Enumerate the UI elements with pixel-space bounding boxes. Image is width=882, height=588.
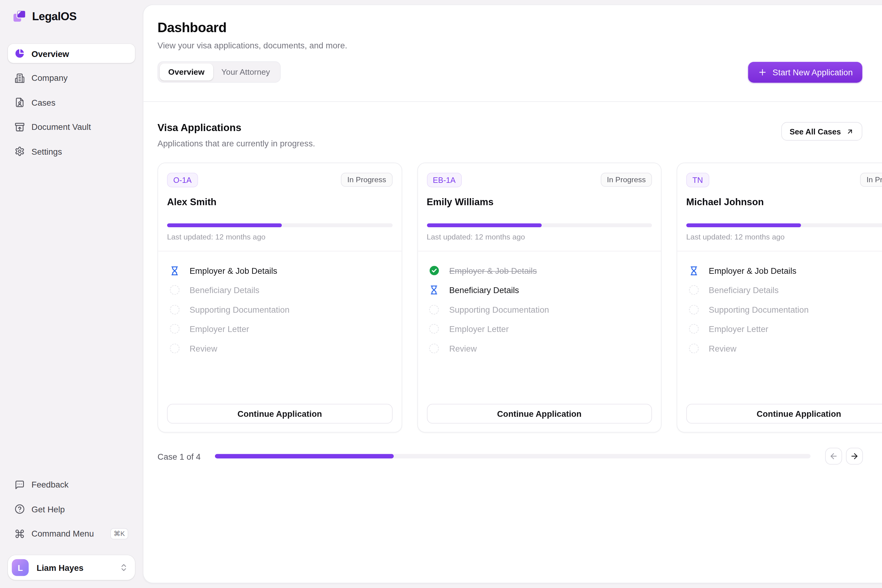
sidebar-item-settings[interactable]: Settings [8, 142, 135, 161]
pending-circle-icon [170, 285, 180, 295]
continue-application-button[interactable]: Continue Application [427, 404, 652, 423]
case-name: Alex Smith [167, 197, 393, 208]
hourglass-icon [688, 266, 699, 276]
sidebar-item-company[interactable]: Company [8, 68, 135, 87]
case-progress-bar [686, 223, 882, 227]
help-circle-icon [15, 504, 25, 514]
sidebar-item-label: Settings [32, 146, 62, 156]
pending-circle-icon [688, 343, 699, 353]
pending-circle-icon [688, 324, 699, 334]
see-all-cases-label: See All Cases [789, 127, 841, 136]
arrow-left-icon [829, 452, 838, 460]
check-circle-icon [429, 266, 439, 276]
step-label: Employer Letter [190, 324, 249, 333]
pending-circle-icon [170, 343, 180, 353]
sidebar-item-feedback[interactable]: Feedback [8, 475, 135, 494]
command-icon [15, 529, 25, 539]
pending-circle-icon [688, 285, 699, 295]
sidebar-item-label: Feedback [32, 480, 69, 489]
chevrons-up-down-icon [119, 563, 128, 572]
message-dots-icon [15, 480, 25, 490]
case-carousel-pagination: Case 1 of 4 [158, 448, 882, 465]
tab-overview[interactable]: Overview [160, 64, 213, 81]
hourglass-icon [170, 266, 180, 276]
section-subtitle: Applications that are currently in progr… [158, 138, 315, 148]
start-new-application-button[interactable]: Start New Application [748, 62, 862, 82]
step-label: Supporting Documentation [190, 305, 290, 314]
file-user-icon [15, 98, 25, 108]
step-row: Employer & Job Details [429, 264, 650, 277]
step-label: Beneficiary Details [190, 285, 260, 295]
sidebar-item-document-vault[interactable]: Document Vault [8, 117, 135, 136]
previous-case-button[interactable] [825, 448, 842, 465]
case-card: EB-1A In Progress Emily Williams Last up… [417, 163, 662, 433]
step-label: Employer Letter [709, 324, 768, 333]
case-counter: Case 1 of 4 [158, 452, 201, 461]
case-name: Emily Williams [427, 197, 652, 208]
hourglass-icon [429, 285, 439, 295]
step-row: Supporting Documentation [688, 303, 882, 316]
main-panel: Dashboard View your visa applications, d… [143, 4, 882, 584]
case-progress-bar [167, 223, 393, 227]
section-title-block: Visa Applications Applications that are … [158, 122, 315, 148]
case-card: O-1A In Progress Alex Smith Last updated… [158, 163, 402, 433]
step-row: Beneficiary Details [170, 283, 390, 297]
sidebar-footer: Feedback Get Help Command Menu ⌘K [8, 475, 135, 580]
step-label: Employer & Job Details [709, 266, 796, 275]
step-row: Review [170, 342, 390, 355]
continue-application-button[interactable]: Continue Application [167, 404, 393, 423]
page-subtitle: View your visa applications, documents, … [158, 40, 882, 50]
see-all-cases-button[interactable]: See All Cases [781, 122, 862, 141]
sidebar-item-get-help[interactable]: Get Help [8, 500, 135, 519]
brand-name: LegalOS [32, 10, 76, 22]
user-name: Liam Hayes [36, 563, 83, 572]
step-label: Employer & Job Details [449, 266, 537, 275]
tab-your-attorney[interactable]: Your Attorney [213, 64, 278, 81]
legalos-logo-icon [12, 9, 27, 24]
sidebar-item-overview[interactable]: Overview [8, 44, 135, 63]
start-new-application-label: Start New Application [772, 67, 853, 76]
last-updated: Last updated: 12 months ago [686, 233, 882, 242]
next-case-button[interactable] [846, 448, 863, 465]
arrow-right-icon [850, 452, 859, 460]
user-menu[interactable]: L Liam Hayes [8, 555, 135, 580]
case-name: Michael Johnson [686, 197, 882, 208]
pending-circle-icon [429, 343, 439, 353]
pending-circle-icon [429, 304, 439, 315]
archive-icon [15, 122, 25, 132]
case-progress-bar [427, 223, 652, 227]
step-row: Employer & Job Details [688, 264, 882, 277]
section-header: Visa Applications Applications that are … [158, 122, 882, 148]
step-row: Employer Letter [429, 322, 650, 336]
step-row: Supporting Documentation [429, 303, 650, 316]
visa-type-badge: TN [686, 173, 709, 188]
sidebar-item-command-menu[interactable]: Command Menu ⌘K [8, 524, 135, 543]
last-updated: Last updated: 12 months ago [167, 233, 393, 242]
sidebar-item-label: Cases [32, 98, 56, 107]
divider [143, 101, 882, 102]
step-label: Beneficiary Details [709, 285, 778, 295]
sidebar: LegalOS Overview Com [0, 0, 143, 588]
step-row: Beneficiary Details [429, 283, 650, 297]
step-label: Beneficiary Details [449, 285, 519, 295]
step-label: Employer & Job Details [190, 266, 277, 275]
sidebar-item-cases[interactable]: Cases [8, 93, 135, 112]
section-title: Visa Applications [158, 122, 315, 134]
page-title: Dashboard [158, 20, 882, 35]
brand: LegalOS [8, 9, 135, 24]
continue-application-button[interactable]: Continue Application [686, 404, 882, 423]
status-badge: In Progress [341, 173, 392, 187]
visa-type-badge: EB-1A [427, 173, 462, 188]
visa-type-badge: O-1A [167, 173, 198, 188]
step-list: Employer & Job Details Beneficiary Detai… [418, 251, 661, 361]
status-badge: In Progress [601, 173, 652, 187]
visa-application-cards: O-1A In Progress Alex Smith Last updated… [158, 163, 882, 433]
step-list: Employer & Job Details Beneficiary Detai… [677, 251, 882, 361]
sidebar-item-label: Document Vault [32, 122, 91, 132]
step-row: Employer Letter [688, 322, 882, 336]
step-label: Review [449, 343, 477, 353]
case-card: TN In Progress Michael Johnson Last upda… [677, 163, 882, 433]
step-label: Supporting Documentation [449, 305, 549, 314]
step-row: Employer & Job Details [170, 264, 390, 277]
step-row: Review [429, 342, 650, 355]
